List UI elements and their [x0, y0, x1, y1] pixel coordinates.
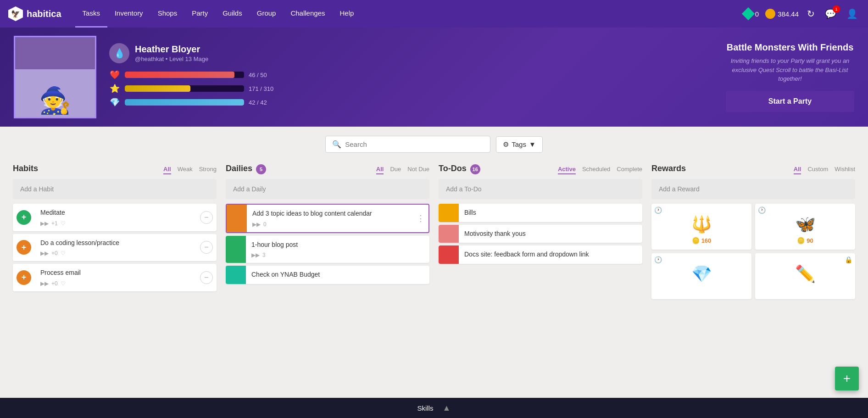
- heart-icon: ♡: [61, 280, 66, 287]
- user-row: 💧 Heather Bloyer @heathkat • Level 13 Ma…: [109, 43, 699, 63]
- todos-tab-active[interactable]: Active: [558, 166, 576, 174]
- list-item: + Do a coding lesson/practice ▶▶ +0 ♡ −: [13, 234, 217, 262]
- xp-bar-bg: [125, 85, 244, 92]
- list-item: Docs site: feedback form and dropdown li…: [439, 245, 642, 264]
- habits-tab-strong[interactable]: Strong: [199, 166, 217, 174]
- reward-price: 🪙 90: [797, 237, 813, 244]
- streak-icon: ▶▶: [251, 252, 260, 258]
- streak-icon: ▶▶: [40, 220, 49, 227]
- mp-icon: 💎: [109, 97, 120, 107]
- habits-tab-weak[interactable]: Weak: [178, 166, 193, 174]
- todo-name: Docs site: feedback form and dropdown li…: [464, 250, 637, 259]
- dailies-title: Dailies: [226, 164, 252, 173]
- nav-shops[interactable]: Shops: [150, 0, 185, 28]
- todos-badge: 16: [470, 164, 480, 174]
- rewards-tabs: All Custom Wishlist: [794, 166, 855, 174]
- add-daily-box[interactable]: Add a Daily: [226, 179, 429, 199]
- list-item: 1-hour blog post ▶▶ 3: [226, 236, 429, 263]
- hp-label: 46 / 50: [249, 72, 276, 78]
- navbar: 🦅 habitica Tasks Inventory Shops Party G…: [0, 0, 868, 28]
- todo-name: Motivosity thank yous: [464, 229, 637, 239]
- habits-header: Habits All Weak Strong: [13, 164, 217, 174]
- reward-sprite: 💎: [691, 264, 712, 284]
- hp-icon: ❤️: [109, 70, 120, 80]
- streak-icon: ▶▶: [40, 250, 49, 256]
- habit-minus-button[interactable]: −: [200, 211, 213, 224]
- profile-button[interactable]: 👤: [845, 6, 860, 21]
- xp-icon: ⭐: [109, 84, 120, 94]
- mp-label: 42 / 42: [249, 99, 276, 106]
- reward-price-value: 90: [807, 237, 813, 244]
- daily-color-bar: [226, 266, 246, 284]
- rewards-tab-custom[interactable]: Custom: [807, 166, 828, 174]
- habit-plus-button[interactable]: +: [17, 270, 31, 285]
- add-habit-box[interactable]: Add a Habit: [13, 179, 217, 199]
- search-box: 🔍: [325, 136, 490, 153]
- streak-value: 0: [263, 221, 267, 228]
- search-input[interactable]: [345, 140, 484, 148]
- hero-banner: 🧙 💧 Heather Bloyer @heathkat • Level 13 …: [0, 28, 868, 127]
- nav-party[interactable]: Party: [184, 0, 215, 28]
- habit-minus-button[interactable]: −: [200, 241, 213, 254]
- streak-value: +0: [51, 280, 58, 287]
- reward-sprite: 🦋: [795, 215, 816, 234]
- nav-group[interactable]: Group: [250, 0, 284, 28]
- cta-title: Battle Monsters With Friends: [726, 42, 854, 53]
- logo-icon: 🦅: [8, 6, 23, 21]
- nav-tasks[interactable]: Tasks: [75, 0, 107, 28]
- reward-card[interactable]: 🔒 ✏️: [755, 253, 855, 299]
- daily-body: Add 3 topic ideas to blog content calend…: [247, 205, 413, 232]
- todos-tab-scheduled[interactable]: Scheduled: [582, 166, 610, 174]
- add-fab-button[interactable]: +: [835, 367, 859, 390]
- habit-plus-button[interactable]: +: [17, 240, 31, 255]
- daily-menu-button[interactable]: ⋮: [417, 213, 425, 223]
- nav-inventory[interactable]: Inventory: [107, 0, 150, 28]
- daily-name: Check on YNAB Budget: [251, 270, 417, 279]
- rewards-tab-wishlist[interactable]: Wishlist: [835, 166, 855, 174]
- streak-value: +1: [51, 220, 58, 227]
- nav-challenges[interactable]: Challenges: [283, 0, 332, 28]
- refresh-button[interactable]: ↻: [805, 6, 817, 21]
- dailies-badge: 5: [256, 164, 266, 174]
- dailies-tab-due[interactable]: Due: [390, 166, 401, 174]
- mp-bar-fill: [125, 99, 244, 106]
- habit-name: Meditate: [40, 208, 191, 217]
- reward-card[interactable]: 🕐 🔱 🪙 160: [651, 204, 751, 250]
- todos-tab-complete[interactable]: Complete: [617, 166, 642, 174]
- todo-body: Motivosity thank yous: [459, 225, 642, 243]
- todo-body: Bills: [459, 204, 642, 222]
- habit-meta: ▶▶ +0 ♡: [40, 280, 191, 287]
- rewards-tab-all[interactable]: All: [794, 166, 801, 174]
- habits-tab-all[interactable]: All: [163, 166, 171, 174]
- dailies-tab-notdue[interactable]: Not Due: [407, 166, 429, 174]
- todos-tabs: Active Scheduled Complete: [558, 166, 642, 174]
- daily-name: Add 3 topic ideas to blog content calend…: [252, 209, 407, 218]
- add-todo-box[interactable]: Add a To-Do: [439, 179, 642, 199]
- xp-row: ⭐ 171 / 310: [109, 84, 699, 94]
- logo[interactable]: 🦅 habitica: [8, 6, 61, 21]
- todos-column: To-Dos 16 Active Scheduled Complete Add …: [439, 164, 642, 299]
- tags-icon: ⚙: [503, 140, 509, 149]
- nav-help[interactable]: Help: [332, 0, 361, 28]
- reward-card[interactable]: 🕐 🦋 🪙 90: [755, 204, 855, 250]
- dailies-tab-all[interactable]: All: [376, 166, 384, 174]
- notifications-button[interactable]: 💬 1: [823, 6, 838, 21]
- reward-card[interactable]: 🕐 💎: [651, 253, 751, 299]
- gold-count: 384.44: [765, 9, 799, 19]
- habit-plus-button[interactable]: +: [17, 210, 31, 225]
- hero-info: 💧 Heather Bloyer @heathkat • Level 13 Ma…: [96, 43, 712, 111]
- add-reward-box[interactable]: Add a Reward: [651, 179, 855, 199]
- todo-body: Docs site: feedback form and dropdown li…: [459, 245, 642, 264]
- skills-bar[interactable]: Skills ▲: [0, 398, 868, 418]
- nav-guilds[interactable]: Guilds: [215, 0, 250, 28]
- xp-bar-fill: [125, 85, 190, 92]
- mp-bar-bg: [125, 99, 244, 106]
- tags-chevron-icon: ▼: [529, 140, 536, 148]
- nav-links: Tasks Inventory Shops Party Guilds Group…: [75, 0, 362, 28]
- start-party-button[interactable]: Start a Party: [726, 91, 854, 112]
- list-item: Bills: [439, 204, 642, 222]
- search-row: 🔍 ⚙ Tags ▼: [13, 136, 855, 153]
- todo-color-bar: [439, 245, 459, 264]
- tags-button[interactable]: ⚙ Tags ▼: [496, 136, 543, 153]
- habit-minus-button[interactable]: −: [200, 271, 213, 284]
